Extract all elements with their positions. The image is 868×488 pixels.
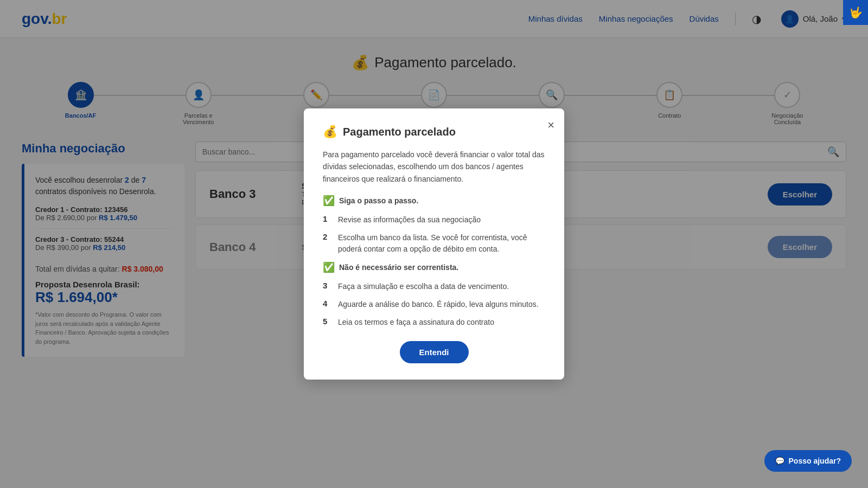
modal-footer: Entendi xyxy=(323,341,545,363)
modal-overlay: 💰 Pagamento parcelado × Para pagamento p… xyxy=(0,0,868,488)
modal-highlight-2-text: Não é necessário ser correntista. xyxy=(339,263,458,272)
accessibility-button[interactable]: 🤟 xyxy=(843,0,868,25)
modal-header: 💰 Pagamento parcelado xyxy=(323,125,545,139)
modal-step-1-text: Revise as informações da sua negociação xyxy=(338,214,481,226)
modal-step-5-text: Leia os termos e faça a assinatura do co… xyxy=(338,317,494,328)
entendi-button[interactable]: Entendi xyxy=(400,341,469,363)
modal-step-4: 4 Aguarde a análise do banco. É rápido, … xyxy=(323,299,545,310)
modal-step-1: 1 Revise as informações da sua negociaçã… xyxy=(323,214,545,226)
help-icon: 💬 xyxy=(775,457,784,465)
modal-step-3: 3 Faça a simulação e escolha a data de v… xyxy=(323,281,545,292)
help-btn-label: Posso ajudar? xyxy=(789,457,841,465)
modal-step-2-text: Escolha um banco da lista. Se você for c… xyxy=(338,232,545,255)
accessibility-icon: 🤟 xyxy=(849,6,863,19)
check-icon-1: ✅ xyxy=(323,195,335,207)
modal-step-2: 2 Escolha um banco da lista. Se você for… xyxy=(323,232,545,255)
modal-highlight-2: ✅ Não é necessário ser correntista. xyxy=(323,261,545,273)
modal-highlight-1-text: Siga o passo a passo. xyxy=(339,196,418,205)
modal-step-4-text: Aguarde a análise do banco. É rápido, le… xyxy=(338,299,539,310)
help-button[interactable]: 💬 Posso ajudar? xyxy=(764,450,852,472)
modal-title: Pagamento parcelado xyxy=(343,126,456,138)
modal-close-button[interactable]: × xyxy=(547,118,554,132)
modal-highlight-1: ✅ Siga o passo a passo. xyxy=(323,195,545,207)
check-icon-2: ✅ xyxy=(323,261,335,273)
modal-icon: 💰 xyxy=(323,125,337,139)
modal-description: Para pagamento parcelado você deverá fin… xyxy=(323,149,545,185)
modal-step-5: 5 Leia os termos e faça a assinatura do … xyxy=(323,317,545,328)
modal: 💰 Pagamento parcelado × Para pagamento p… xyxy=(304,108,564,380)
modal-step-3-text: Faça a simulação e escolha a data de ven… xyxy=(338,281,509,292)
